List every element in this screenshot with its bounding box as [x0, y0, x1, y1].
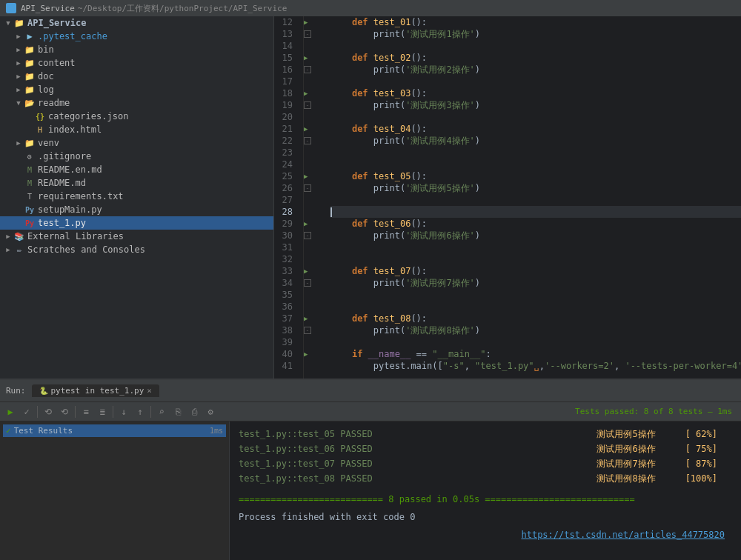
sidebar-item-readme[interactable]: ▼ 📂 readme — [0, 96, 273, 110]
project-label: API_Service — [27, 18, 86, 28]
run-arrow-21[interactable]: ▶ — [304, 125, 308, 133]
folder-icon: 📁 — [24, 137, 36, 149]
toolbar-separator-1 — [37, 406, 38, 418]
py-file-icon: Py — [24, 217, 36, 229]
settings-button[interactable]: ⚙ — [203, 404, 218, 419]
gutter-15: ▶ — [304, 52, 325, 64]
expand-arrow: ▶ — [3, 244, 13, 255]
gutter-37: ▶ — [304, 313, 325, 324]
line-num-41: 41 — [274, 360, 297, 372]
md-file-icon: M — [24, 177, 36, 189]
run-tab[interactable]: 🐍 pytest in test_1.py × — [32, 384, 159, 397]
sidebar-item-test-1[interactable]: ▶ Py test_1.py — [0, 216, 273, 230]
line-num-40: 40 — [274, 348, 297, 360]
test-name-2: test_1.py::test_06 PASSED — [239, 444, 373, 454]
fold-19[interactable]: - — [304, 101, 311, 109]
fold-22[interactable]: - — [304, 137, 311, 144]
desc-1: 测试用例5操作 — [597, 427, 655, 441]
file-label: test_1.py — [38, 218, 86, 228]
line-num-23: 23 — [274, 147, 297, 159]
gutter-13: - — [304, 28, 325, 40]
code-line-15: def test_02(): — [330, 52, 741, 64]
md-file-icon: M — [24, 164, 36, 176]
fold-26[interactable]: - — [304, 184, 311, 192]
fold-34[interactable]: - — [304, 279, 311, 287]
sidebar-item-ext-libs[interactable]: ▶ 📚 External Libraries — [0, 230, 273, 243]
sidebar-item-bin[interactable]: ▶ 📁 bin — [0, 43, 273, 56]
folder-label: log — [38, 84, 54, 95]
run-arrow-40[interactable]: ▶ — [304, 350, 308, 358]
sidebar-item-doc[interactable]: ▶ 📁 doc — [0, 70, 273, 83]
gutter-23 — [304, 147, 325, 159]
line-num-33: 33 — [274, 265, 297, 277]
fold-16[interactable]: - — [304, 66, 311, 73]
sidebar-item-gitignore[interactable]: ▶ ⚙ .gitignore — [0, 150, 273, 163]
sidebar-item-readme-md[interactable]: ▶ M README.md — [0, 176, 273, 190]
code-line-17 — [330, 76, 741, 87]
run-arrow-18[interactable]: ▶ — [304, 90, 308, 97]
expand-arrow: ▶ — [13, 44, 24, 55]
rerun-failed-button[interactable]: ⟲ — [57, 404, 72, 419]
sidebar-item-categories-json[interactable]: ▶ {} categories.json — [0, 110, 273, 123]
fold-38[interactable]: - — [304, 327, 311, 334]
expand-arrow: ▶ — [13, 138, 24, 148]
csdn-link[interactable]: https://tst.csdn.net/articles_44775820 — [521, 530, 725, 540]
run-arrow-37[interactable]: ▶ — [304, 315, 308, 322]
code-line-33: def test_07(): — [330, 265, 741, 277]
code-line-18: def test_03(): — [330, 87, 741, 99]
line-numbers: 12 13 14 15 16 17 18 19 20 21 22 23 24 2… — [274, 16, 304, 379]
line-num-21: 21 — [274, 123, 297, 135]
code-area[interactable]: def test_01(): print('测试用例1操作') def test… — [325, 16, 741, 379]
fold-13[interactable]: - — [304, 30, 311, 38]
sidebar-item-api-service[interactable]: ▼ 📁 API_Service — [0, 16, 273, 30]
collapse-button[interactable]: ↑ — [133, 404, 147, 419]
find-button[interactable]: ⌕ — [154, 404, 169, 419]
sidebar-item-content[interactable]: ▶ 📁 content — [0, 56, 273, 70]
line-num-30: 30 — [274, 230, 297, 241]
test-results-item[interactable]: ✓ Test Results 1ms — [3, 424, 226, 437]
run-arrow-29[interactable]: ▶ — [304, 220, 308, 227]
code-line-20 — [330, 111, 741, 123]
run-arrow-12[interactable]: ▶ — [304, 19, 308, 26]
sidebar-item-pytest-cache[interactable]: ▶ ▶ .pytest_cache — [0, 30, 273, 43]
check-icon: ✓ — [6, 426, 11, 436]
txt-file-icon: T — [24, 190, 36, 202]
line-num-38: 38 — [274, 324, 297, 336]
folder-icon: 📁 — [24, 44, 36, 56]
run-arrow-15[interactable]: ▶ — [304, 54, 308, 61]
test-tree: ✓ Test Results 1ms — [0, 421, 230, 560]
sidebar-item-index-html[interactable]: ▶ H index.html — [0, 123, 273, 136]
code-line-37: def test_08(): — [330, 313, 741, 324]
sidebar-item-venv[interactable]: ▶ 📁 venv — [0, 136, 273, 150]
expand-arrow: ▼ — [13, 98, 24, 108]
sidebar-item-scratches[interactable]: ▶ ✏️ Scratches and Consoles — [0, 243, 273, 256]
toolbar-separator-3 — [113, 406, 113, 418]
tab-close-button[interactable]: × — [147, 386, 152, 396]
check-button[interactable]: ✓ — [19, 404, 34, 419]
run-arrow-33[interactable]: ▶ — [304, 267, 308, 275]
export-button[interactable]: ⎘ — [170, 404, 185, 419]
sidebar-item-setup-main[interactable]: ▶ Py setupMain.py — [0, 203, 273, 216]
py-file-icon: Py — [24, 204, 36, 216]
test-name-3: test_1.py::test_07 PASSED — [239, 459, 373, 469]
code-line-13: print('测试用例1操作') — [330, 28, 741, 40]
code-line-28 — [330, 206, 741, 218]
run-button[interactable]: ▶ — [3, 404, 18, 419]
output-line-1: test_1.py::test_05 PASSED [ 62%] 测试用例5操作 — [239, 427, 732, 441]
sidebar-item-requirements[interactable]: ▶ T requirements.txt — [0, 190, 273, 203]
rerun-button[interactable]: ⟲ — [41, 404, 56, 419]
expand-button[interactable]: ↓ — [116, 404, 131, 419]
code-line-40: if __name__ == "__main__": — [330, 348, 741, 360]
sidebar-item-readme-en[interactable]: ▶ M README.en.md — [0, 163, 273, 176]
folder-label: doc — [38, 71, 54, 81]
run-arrow-25[interactable]: ▶ — [304, 173, 308, 180]
expand-arrow: ▼ — [3, 18, 13, 28]
ext-libs-icon: 📚 — [13, 230, 25, 242]
panel-content: ✓ Test Results 1ms test_1.py::test_05 PA… — [0, 421, 741, 560]
import-button[interactable]: ⎙ — [187, 404, 202, 419]
sort-alpha-button[interactable]: ≡ — [79, 404, 93, 419]
fold-30[interactable]: - — [304, 232, 311, 239]
sort-dur-button[interactable]: ≣ — [95, 404, 110, 419]
line-num-36: 36 — [274, 301, 297, 313]
sidebar-item-log[interactable]: ▶ 📁 log — [0, 83, 273, 96]
